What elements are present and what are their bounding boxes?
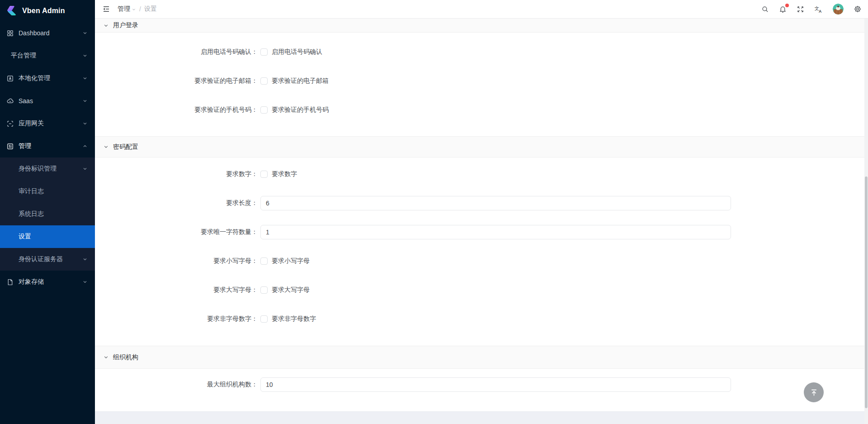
checkbox-label[interactable]: 要求验证的手机号码	[272, 106, 329, 114]
field-label: 要求唯一字符数量：	[95, 228, 258, 236]
sidebar-item-platform-management[interactable]: 平台管理	[0, 44, 95, 67]
chevron-down-icon	[103, 354, 109, 360]
form-row: 要求小写字母： 要求小写字母	[95, 254, 868, 268]
sidebar-item-localization[interactable]: 本地化管理	[0, 67, 95, 90]
top-bar-actions: 文 A	[761, 4, 862, 14]
form-row: 要求验证的手机号码： 要求验证的手机号码	[95, 103, 868, 117]
checkbox-label[interactable]: 启用电话号码确认	[272, 48, 322, 56]
management-submenu: 身份标识管理 审计日志 系统日志 设置 身份认证服务器	[0, 157, 95, 271]
vertical-scrollbar	[864, 19, 868, 424]
checkbox-label[interactable]: 要求小写字母	[272, 257, 310, 265]
sidebar-collapse-icon[interactable]	[102, 5, 110, 13]
max-org-count-input[interactable]	[260, 377, 731, 392]
sidebar-item-settings[interactable]: 设置	[0, 225, 95, 248]
require-digit-checkbox[interactable]	[260, 171, 268, 178]
sidebar-item-object-storage[interactable]: 对象存储	[0, 271, 95, 293]
settings-gear-icon[interactable]	[854, 5, 862, 13]
enable-phone-confirm-checkbox[interactable]	[260, 48, 268, 56]
field-label: 要求数字：	[95, 170, 258, 178]
notification-bell-icon[interactable]	[779, 5, 787, 13]
sidebar-menu: Dashboard 平台管理 本地化管理	[0, 22, 95, 293]
checkbox-label[interactable]: 要求大写字母	[272, 286, 310, 294]
form-row: 要求唯一字符数量：	[95, 225, 868, 239]
form-row: 要求大写字母： 要求大写字母	[95, 283, 868, 297]
sidebar-item-audit-logs[interactable]: 审计日志	[0, 180, 95, 203]
checkbox-label[interactable]: 要求非字母数字	[272, 315, 316, 323]
back-to-top-button[interactable]	[804, 382, 824, 402]
sidebar-item-auth-server[interactable]: 身份认证服务器	[0, 248, 95, 271]
sidebar-item-identity-management[interactable]: 身份标识管理	[0, 157, 95, 180]
required-length-input[interactable]	[260, 196, 731, 210]
section-body-user-login: 启用电话号码确认： 启用电话号码确认 要求验证的电子邮箱： 要求验证的电子邮箱 …	[95, 33, 868, 137]
translate-icon[interactable]: 文 A	[814, 5, 823, 14]
chevron-down-icon	[82, 98, 88, 104]
gateway-icon	[6, 120, 14, 128]
require-confirmed-phone-checkbox[interactable]	[260, 106, 268, 114]
breadcrumb-parent[interactable]: 管理	[118, 5, 136, 13]
chevron-down-icon	[82, 257, 88, 262]
sidebar-item-label: 本地化管理	[19, 74, 82, 82]
sidebar-item-label: 身份标识管理	[19, 165, 82, 173]
field-label: 要求长度：	[95, 199, 258, 207]
sidebar-item-label: 对象存储	[19, 278, 82, 286]
app-title: Vben Admin	[22, 7, 65, 15]
field-label: 要求验证的电子邮箱：	[95, 77, 258, 85]
search-icon[interactable]	[761, 5, 769, 13]
chevron-down-icon	[82, 166, 88, 172]
sidebar-item-label: Saas	[19, 97, 82, 105]
localization-icon	[6, 75, 14, 82]
sidebar-item-management[interactable]: 管理	[0, 135, 95, 157]
require-non-alphanumeric-checkbox[interactable]	[260, 315, 268, 323]
fullscreen-icon[interactable]	[797, 5, 804, 13]
sidebar-item-dashboard[interactable]: Dashboard	[0, 22, 95, 44]
sidebar-item-label: Dashboard	[19, 29, 82, 37]
scrollbar-thumb[interactable]	[865, 176, 868, 408]
require-lowercase-checkbox[interactable]	[260, 257, 268, 265]
chevron-down-icon	[103, 144, 109, 150]
chevron-down-icon	[82, 30, 88, 36]
form-row: 启用电话号码确认： 启用电话号码确认	[95, 45, 868, 59]
required-unique-chars-input[interactable]	[260, 225, 731, 239]
breadcrumb-parent-label: 管理	[118, 5, 130, 13]
saas-cloud-icon	[6, 97, 14, 105]
sidebar-item-label: 应用网关	[19, 119, 82, 128]
sidebar-item-app-gateway[interactable]: 应用网关	[0, 112, 95, 135]
svg-text:A: A	[819, 9, 822, 13]
field-label: 要求验证的手机号码：	[95, 106, 258, 114]
field-label: 最大组织机构数：	[95, 381, 258, 389]
chevron-down-icon	[132, 7, 136, 12]
section-title: 组织机构	[113, 353, 138, 362]
app-logo[interactable]: Vben Admin	[0, 0, 95, 22]
field-label: 要求小写字母：	[95, 257, 258, 265]
sidebar-item-saas[interactable]: Saas	[0, 90, 95, 112]
form-row: 要求验证的电子邮箱： 要求验证的电子邮箱	[95, 74, 868, 88]
sidebar-item-label: 设置	[19, 233, 88, 241]
chevron-up-icon	[82, 143, 88, 149]
sidebar-item-label: 平台管理	[11, 52, 82, 60]
field-label: 要求非字母数字：	[95, 315, 258, 323]
sidebar-item-label: 管理	[19, 142, 82, 150]
require-confirmed-email-checkbox[interactable]	[260, 77, 268, 85]
section-header-organization[interactable]: 组织机构	[95, 346, 868, 369]
checkbox-label[interactable]: 要求验证的电子邮箱	[272, 77, 329, 85]
sidebar-item-system-logs[interactable]: 系统日志	[0, 203, 95, 225]
chevron-down-icon	[82, 279, 88, 285]
breadcrumb: 管理 / 设置	[118, 5, 157, 13]
checkbox-label[interactable]: 要求数字	[272, 170, 297, 178]
sidebar-item-label: 身份认证服务器	[19, 255, 82, 263]
sidebar: Vben Admin Dashboard 平台管理	[0, 0, 95, 424]
require-uppercase-checkbox[interactable]	[260, 286, 268, 294]
form-row: 要求非字母数字： 要求非字母数字	[95, 312, 868, 326]
form-row: 最大组织机构数：	[95, 377, 868, 392]
section-header-password-config[interactable]: 密码配置	[95, 137, 868, 157]
sidebar-item-label: 系统日志	[19, 210, 88, 218]
section-body-organization: 最大组织机构数：	[95, 369, 868, 412]
user-avatar[interactable]	[833, 4, 844, 14]
management-icon	[6, 143, 14, 150]
object-storage-icon	[6, 278, 14, 286]
form-row: 要求数字： 要求数字	[95, 167, 868, 181]
section-header-user-login[interactable]: 用户登录	[95, 19, 868, 33]
field-label: 要求大写字母：	[95, 286, 258, 294]
chevron-down-icon	[82, 53, 88, 58]
back-to-top-icon	[810, 388, 818, 397]
